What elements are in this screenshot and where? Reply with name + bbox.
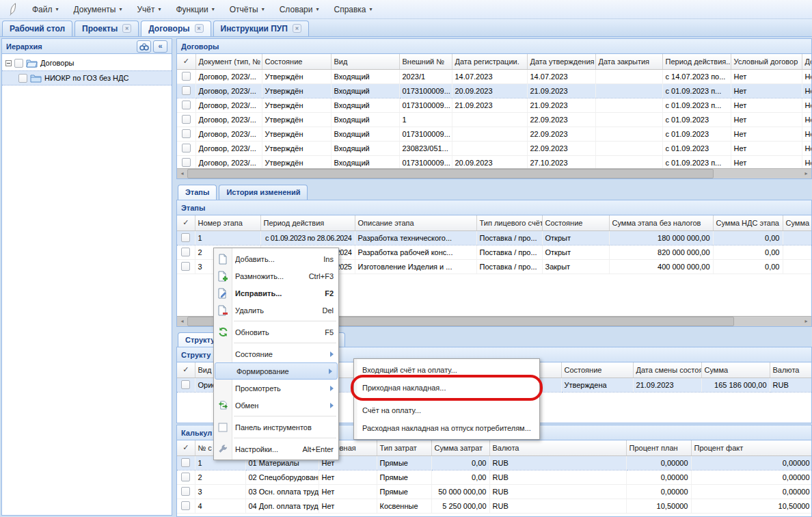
- row-checkbox[interactable]: [181, 487, 190, 496]
- menu-item-generate[interactable]: Формирование: [215, 362, 338, 380]
- contract-row[interactable]: Договор, 2023/...УтверждёнВходящий017310…: [177, 155, 812, 170]
- menu-item-add[interactable]: Добавить...Ins: [214, 250, 338, 267]
- menu-file[interactable]: Файл▾: [25, 1, 66, 18]
- menu-accounting[interactable]: Учёт▾: [129, 1, 168, 18]
- tree-checkbox[interactable]: [18, 74, 27, 83]
- tab-stages[interactable]: Этапы: [178, 185, 217, 200]
- col-kind[interactable]: Вид: [331, 54, 399, 69]
- select-all-column[interactable]: ✓: [177, 362, 195, 377]
- tab-projects[interactable]: Проекты✕: [75, 21, 139, 36]
- contract-row[interactable]: Договор, 2023/...УтверждёнВходящий017310…: [177, 127, 812, 141]
- col-conditional[interactable]: Условный договор: [731, 54, 802, 69]
- col-state-change-date[interactable]: Дата смены состояния: [633, 362, 701, 377]
- contract-row[interactable]: Договор, 2023/...УтверждёнВходящий230823…: [177, 141, 812, 155]
- col-reg-date[interactable]: Дата регистрации.: [452, 54, 527, 69]
- calculation-row[interactable]: 202 СпецоборудованиеНетПрямые0,00RUB0,00…: [177, 470, 812, 484]
- scroll-left-icon[interactable]: ◂: [177, 169, 187, 178]
- menu-item-state[interactable]: Состояние: [214, 345, 338, 362]
- tab-contracts[interactable]: Договоры✕: [141, 21, 211, 36]
- col-period[interactable]: Период действия: [260, 215, 355, 230]
- tree-checkbox[interactable]: [14, 59, 23, 68]
- collapse-panel-button[interactable]: «: [153, 40, 167, 53]
- col-sum[interactable]: Сумма: [701, 362, 770, 377]
- scroll-right-icon[interactable]: ▸: [801, 169, 811, 178]
- menu-functions[interactable]: Функции▾: [168, 1, 221, 18]
- stage-row-selected[interactable]: 1с 01.09.2023 по 28.06.2024Разработка те…: [177, 230, 812, 245]
- menu-item-duplicate[interactable]: Размножить...Ctrl+F3: [214, 267, 338, 284]
- col-percent-plan[interactable]: Процент план: [626, 440, 691, 455]
- contract-row[interactable]: Договор, 2023/...УтверждёнВходящий017310…: [177, 98, 812, 112]
- col-sum-no-tax[interactable]: Сумма этапа без налогов: [609, 215, 713, 230]
- menu-item-toolbar[interactable]: Панель инструментов: [214, 419, 338, 436]
- search-button[interactable]: [137, 40, 151, 53]
- scroll-right-icon[interactable]: ▸: [801, 317, 811, 326]
- row-checkbox[interactable]: [181, 233, 190, 242]
- close-icon[interactable]: ✕: [293, 24, 301, 33]
- row-checkbox[interactable]: [182, 144, 191, 153]
- calculation-row[interactable]: 404 Доп. оплата трудаНетКосвенные5 250 0…: [177, 499, 812, 513]
- col-approve-date[interactable]: Дата утверждения: [527, 54, 595, 69]
- col-cost-sum[interactable]: Сумма затрат: [431, 440, 489, 455]
- select-all-column[interactable]: ✓: [177, 54, 195, 69]
- submenu-item-incoming-invoice[interactable]: Входящий счёт на оплату...: [354, 361, 539, 379]
- col-account-type[interactable]: Тип лицевого счёта: [476, 215, 542, 230]
- col-cost-type[interactable]: Тип затрат: [377, 440, 431, 455]
- col-external-no[interactable]: Внешний №: [399, 54, 452, 69]
- col-currency[interactable]: Валюта: [489, 440, 626, 455]
- menu-item-refresh[interactable]: ОбновитьF5: [214, 323, 338, 341]
- row-checkbox[interactable]: [181, 458, 190, 467]
- row-checkbox[interactable]: [181, 248, 190, 256]
- menu-item-delete[interactable]: УдалитьDel: [214, 302, 338, 319]
- menu-help[interactable]: Справка▾: [326, 1, 379, 18]
- col-percent-fact[interactable]: Процент факт: [691, 440, 812, 455]
- contract-row-selected[interactable]: Договор, 2023/...УтверждёнВходящий017310…: [177, 83, 812, 98]
- row-checkbox[interactable]: [181, 262, 190, 271]
- col-vat-sum[interactable]: Сумма НДС этапа: [713, 215, 783, 230]
- col-period[interactable]: Период действия..: [662, 54, 731, 69]
- calculation-row[interactable]: 303 Осн. оплата трудаНетПрямые50 000 000…: [177, 484, 812, 499]
- col-sum-extra[interactable]: Сумма эта: [783, 215, 812, 230]
- row-checkbox[interactable]: [181, 501, 190, 510]
- close-icon[interactable]: ✕: [122, 24, 131, 33]
- row-checkbox[interactable]: [182, 72, 191, 81]
- col-state[interactable]: Состояние: [542, 215, 609, 230]
- row-checkbox[interactable]: [182, 129, 191, 138]
- row-checkbox[interactable]: [181, 380, 190, 389]
- row-checkbox[interactable]: [182, 86, 191, 95]
- contract-row[interactable]: Договор, 2023/...УтверждёнВходящий122.09…: [177, 112, 812, 127]
- col-state[interactable]: Состояние: [262, 54, 331, 69]
- contract-row[interactable]: Договор, 2023/...УтверждёнВходящий2023/1…: [177, 69, 812, 83]
- collapse-minus-icon[interactable]: [5, 60, 12, 66]
- row-checkbox[interactable]: [182, 158, 191, 167]
- scroll-left-icon[interactable]: ◂: [177, 317, 187, 326]
- row-checkbox[interactable]: [182, 115, 191, 124]
- menu-item-view[interactable]: Просмотреть: [214, 380, 338, 397]
- scroll-thumb[interactable]: [187, 169, 714, 178]
- col-currency[interactable]: Валюта: [770, 362, 812, 377]
- tree-node-contracts[interactable]: Договоры: [2, 55, 172, 70]
- menu-item-edit[interactable]: Исправить...F2: [214, 284, 338, 302]
- tab-desktop[interactable]: Рабочий стол: [2, 21, 72, 36]
- col-document[interactable]: Документ (тип, №: [195, 54, 262, 69]
- close-icon[interactable]: ✕: [195, 24, 204, 33]
- submenu-item-outgoing-note[interactable]: Расходная накладная на отпуск потребител…: [354, 419, 539, 437]
- submenu-item-receipt-note[interactable]: Приходная накладная...: [354, 379, 539, 397]
- menu-item-settings[interactable]: Настройки...Alt+Enter: [214, 440, 338, 458]
- menu-item-exchange[interactable]: Обмен: [214, 397, 338, 414]
- menu-reports[interactable]: Отчёты▾: [222, 1, 272, 18]
- select-all-column[interactable]: ✓: [177, 440, 195, 455]
- select-all-column[interactable]: ✓: [177, 215, 195, 230]
- contracts-hscrollbar[interactable]: ◂ ▸: [177, 168, 811, 178]
- submenu-item-payment-invoice[interactable]: Счёт на оплату...: [354, 401, 539, 419]
- row-checkbox[interactable]: [181, 473, 190, 481]
- tree-node-niokr[interactable]: НИОКР по ГОЗ без НДС: [2, 70, 172, 85]
- col-description[interactable]: Описание этапа: [355, 215, 476, 230]
- menu-dictionaries[interactable]: Словари▾: [272, 1, 327, 18]
- menu-documents[interactable]: Документы▾: [66, 1, 130, 18]
- col-stage-no[interactable]: Номер этапа: [195, 215, 260, 230]
- col-extra[interactable]: Дог: [802, 54, 812, 69]
- col-close-date[interactable]: Дата закрытия: [595, 54, 662, 69]
- col-state[interactable]: Состояние: [561, 362, 633, 377]
- tab-instructions[interactable]: Инструкции ПУП✕: [213, 21, 309, 36]
- row-checkbox[interactable]: [182, 101, 191, 109]
